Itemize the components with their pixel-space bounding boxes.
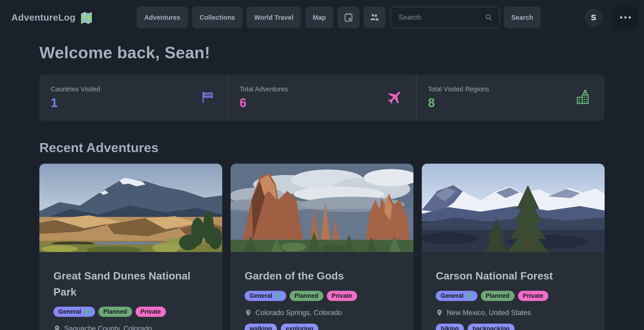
nav-link-map[interactable]: Map	[305, 7, 333, 28]
users-icon	[369, 12, 380, 23]
tag-badge: exploring	[281, 324, 318, 330]
badge-planned: Planned	[98, 307, 132, 317]
badge-row: General Planned Private	[436, 291, 590, 301]
adventure-card: Garden of the Gods General	[230, 164, 414, 330]
card-body: Carson National Forest General	[422, 252, 605, 330]
nav-link-world-travel[interactable]: World Travel	[247, 7, 301, 28]
tag-badge: walking	[244, 324, 277, 330]
location-text: Colorado Springs, Colorado	[256, 309, 342, 317]
calendar-icon	[343, 12, 354, 23]
globe-icon	[466, 293, 472, 299]
badge-private: Private	[518, 291, 548, 301]
card-title[interactable]: Great Sand Dunes National Park	[54, 268, 208, 300]
adventure-cards: Great Sand Dunes National Park General	[39, 164, 605, 330]
location-text: Saguache County, Colorado	[64, 324, 152, 330]
globe-icon	[275, 293, 281, 299]
adventure-image[interactable]	[39, 164, 222, 252]
search-input[interactable]	[390, 7, 500, 28]
globe-icon	[84, 309, 90, 315]
adventure-card: Carson National Forest General	[422, 164, 605, 330]
search-button[interactable]: Search	[504, 7, 541, 28]
search-icon	[484, 13, 493, 22]
section-title: Recent Adventures	[39, 140, 605, 155]
stat-value: 8	[428, 97, 593, 109]
location-row: Colorado Springs, Colorado	[244, 309, 400, 317]
stats-panel: Countries Visited 1 Total Adventures 6	[39, 75, 605, 121]
tag-badge: backpacking	[468, 324, 515, 330]
stat-total-visited-regions: Total Visited Regions 8	[416, 75, 605, 121]
page-title: Welcome back, Sean!	[39, 43, 605, 62]
avatar[interactable]: S	[585, 9, 602, 26]
badge-private: Private	[136, 307, 166, 317]
card-title[interactable]: Garden of the Gods	[244, 268, 400, 284]
location-row: New Mexico, United States	[436, 309, 590, 317]
adventure-card: Great Sand Dunes National Park General	[39, 164, 222, 330]
stat-label: Total Visited Regions	[428, 85, 593, 93]
card-body: Great Sand Dunes National Park General	[39, 252, 222, 330]
badge-private: Private	[327, 291, 357, 301]
badge-general: General	[54, 307, 95, 317]
flag-icon	[201, 90, 215, 105]
brand[interactable]: AdventureLog	[11, 11, 93, 24]
main-content: Welcome back, Sean! Countries Visited 1 …	[0, 43, 644, 330]
badge-general: General	[436, 291, 478, 301]
adventure-image[interactable]	[230, 164, 414, 252]
navbar: AdventureLog Adventures Collections Worl…	[0, 0, 644, 35]
ellipsis-icon	[620, 16, 631, 19]
overflow-menu-button[interactable]	[613, 7, 638, 28]
users-button[interactable]	[364, 7, 385, 28]
tag-row: hiking backpacking	[436, 324, 590, 330]
search-wrap	[390, 7, 500, 28]
location-pin-icon	[244, 309, 252, 316]
adventure-image[interactable]	[422, 164, 605, 252]
badge-row: General Planned Private	[244, 291, 400, 301]
badge-planned: Planned	[481, 291, 514, 301]
nav-center: Adventures Collections World Travel Map	[137, 7, 540, 28]
stat-total-adventures: Total Adventures 6	[228, 75, 416, 121]
badge-planned: Planned	[290, 291, 323, 301]
card-title[interactable]: Carson National Forest	[436, 268, 590, 284]
stat-value: 6	[240, 97, 405, 109]
nav-link-collections[interactable]: Collections	[192, 7, 242, 28]
nav-link-adventures[interactable]: Adventures	[137, 7, 188, 28]
badge-general: General	[244, 291, 286, 301]
card-body: Garden of the Gods General	[230, 252, 414, 330]
stat-label: Total Adventures	[240, 85, 405, 93]
location-text: New Mexico, United States	[447, 309, 531, 317]
map-logo-icon	[80, 11, 93, 24]
stat-label: Countries Visited	[51, 85, 216, 93]
tag-row: walking exploring	[244, 324, 400, 330]
badge-row: General Planned Private	[54, 307, 208, 317]
plane-icon	[386, 89, 403, 106]
location-row: Saguache County, Colorado	[54, 324, 208, 330]
location-pin-icon	[54, 325, 61, 330]
stat-countries-visited: Countries Visited 1	[39, 75, 228, 121]
stat-value: 1	[51, 97, 216, 109]
brand-title: AdventureLog	[11, 12, 76, 23]
city-icon	[574, 89, 592, 107]
calendar-button[interactable]	[338, 7, 359, 28]
nav-right: S	[585, 7, 638, 28]
location-pin-icon	[436, 309, 443, 316]
tag-badge: hiking	[436, 324, 464, 330]
